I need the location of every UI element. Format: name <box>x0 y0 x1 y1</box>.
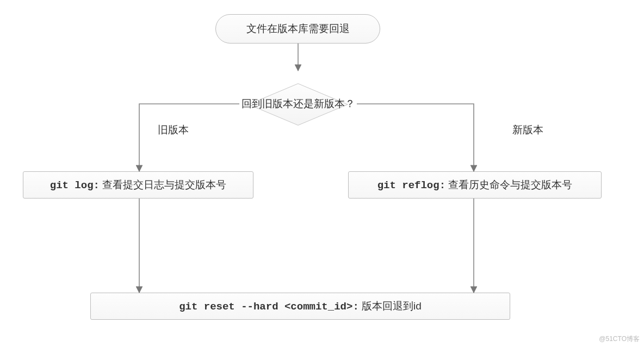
gitreflog-content: git reflog: 查看历史命令与提交版本号 <box>377 178 573 192</box>
gitreset-code: git reset --hard <commit_id>: <box>179 301 359 313</box>
gitreset-text: 版本回退到id <box>359 300 422 312</box>
label-old: 旧版本 <box>158 123 189 137</box>
gitreset-node: git reset --hard <commit_id>: 版本回退到id <box>90 293 510 320</box>
gitreset-content: git reset --hard <commit_id>: 版本回退到id <box>179 299 422 313</box>
gitreflog-node: git reflog: 查看历史命令与提交版本号 <box>348 171 602 199</box>
decision-node: 回到旧版本还是新版本？ <box>203 69 393 139</box>
gitreflog-text: 查看历史命令与提交版本号 <box>445 179 572 190</box>
watermark: @51CTO博客 <box>599 334 640 344</box>
gitreflog-code: git reflog: <box>377 179 445 191</box>
gitlog-code: git log: <box>50 179 100 191</box>
start-text: 文件在版本库需要回退 <box>246 22 350 36</box>
start-node: 文件在版本库需要回退 <box>215 14 380 44</box>
gitlog-text: 查看提交日志与提交版本号 <box>100 179 226 190</box>
gitlog-node: git log: 查看提交日志与提交版本号 <box>23 171 253 199</box>
decision-text: 回到旧版本还是新版本？ <box>242 97 355 111</box>
gitlog-content: git log: 查看提交日志与提交版本号 <box>50 178 227 192</box>
label-new: 新版本 <box>512 123 543 137</box>
